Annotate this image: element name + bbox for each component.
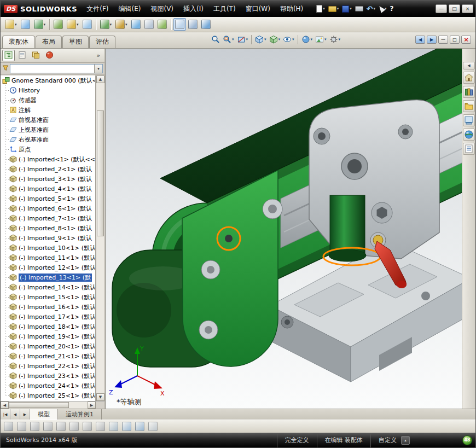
custom-properties-button[interactable] bbox=[463, 143, 475, 155]
tree-item[interactable]: (-) Imported_18<1> (默认 bbox=[1, 322, 95, 331]
design-library-button[interactable] bbox=[463, 86, 475, 98]
quick-new-button[interactable]: ▾ bbox=[315, 4, 327, 14]
tab-evaluate[interactable]: 评估 bbox=[89, 36, 115, 48]
scroll-left-button[interactable]: ◀ bbox=[1, 402, 9, 409]
tree-item[interactable]: (-) Imported_15<1> (默认 bbox=[1, 292, 95, 302]
notification-badge[interactable]: 48 bbox=[462, 435, 472, 445]
tree-item[interactable]: 传感器 bbox=[1, 95, 95, 105]
tree-item[interactable]: (-) Imported_6<1> (默认 bbox=[1, 203, 95, 213]
dropdown-arrow-icon[interactable]: ▾ bbox=[77, 22, 79, 27]
quick-save-button[interactable]: ▾ bbox=[340, 4, 353, 14]
tree-item[interactable]: (-) Imported_5<1> (默认 bbox=[1, 194, 95, 203]
tree-item[interactable]: (-) Imported_12<1> (默认 bbox=[1, 263, 95, 272]
dropdown-arrow-icon[interactable]: ▾ bbox=[323, 7, 325, 11]
display-delete-relations-button[interactable] bbox=[147, 420, 159, 433]
display-style-button[interactable]: ▾ bbox=[268, 34, 282, 44]
quick-help-button[interactable]: ? bbox=[388, 4, 396, 14]
vertical-scroll-thumb[interactable] bbox=[97, 110, 104, 236]
propertymanager-tab[interactable] bbox=[16, 50, 28, 61]
tree-item[interactable]: (-) Imported_25<1> (默认 bbox=[1, 391, 95, 400]
hide-show-items-button[interactable]: ▾ bbox=[282, 34, 295, 44]
featuremanager-tab[interactable] bbox=[2, 50, 15, 61]
menu-file[interactable]: 文件(F) bbox=[82, 1, 113, 17]
dropdown-arrow-icon[interactable]: ▾ bbox=[339, 37, 341, 42]
solidworks-resources-button[interactable] bbox=[463, 72, 475, 84]
assembly-features-button[interactable]: ▾ bbox=[98, 18, 114, 31]
offset-entities-button[interactable] bbox=[107, 420, 120, 433]
linear-component-pattern-button[interactable]: ▾ bbox=[32, 18, 48, 31]
tree-item[interactable]: 上视基准面 bbox=[1, 125, 95, 135]
previous-window-button[interactable]: ◀ bbox=[415, 36, 425, 44]
tree-item[interactable]: (-) Imported_8<1> (默认 bbox=[1, 223, 95, 233]
support-cylinder[interactable] bbox=[329, 195, 366, 261]
tree-item[interactable]: (-) Imported_16<1> (默认 bbox=[1, 302, 95, 312]
dropdown-arrow-icon[interactable]: ▾ bbox=[125, 22, 127, 27]
tab-sketch[interactable]: 草图 bbox=[62, 36, 89, 48]
tree-item[interactable]: A注解 bbox=[1, 105, 95, 115]
dropdown-arrow-icon[interactable]: ▾ bbox=[246, 37, 248, 42]
dropdown-arrow-icon[interactable]: ▾ bbox=[374, 7, 376, 11]
quick-select-button[interactable]: ▾ bbox=[377, 4, 388, 13]
expand-status-button[interactable]: ▴ bbox=[401, 436, 410, 445]
filter-dropdown-button[interactable]: ▾ bbox=[94, 65, 102, 73]
tab-motion-study-1[interactable]: 运动算例1 bbox=[58, 409, 102, 420]
mirror-entities-button[interactable] bbox=[120, 420, 133, 433]
tree-item-selected[interactable]: (-) Imported_13<1> (默 bbox=[1, 272, 95, 282]
dropdown-arrow-icon[interactable]: ▾ bbox=[337, 7, 339, 11]
rectangle-button[interactable] bbox=[68, 420, 80, 433]
tree-item[interactable]: 右视基准面 bbox=[1, 135, 95, 144]
menu-insert[interactable]: 插入(I) bbox=[178, 1, 208, 17]
next-window-button[interactable]: ▶ bbox=[427, 36, 437, 44]
bill-of-materials-button[interactable] bbox=[143, 18, 155, 31]
window-minimize-button[interactable]: — bbox=[436, 4, 447, 13]
doc-restore-button[interactable]: □ bbox=[450, 36, 460, 44]
tree-item[interactable]: (-) Imported_24<1> (默认 bbox=[1, 381, 95, 391]
view-settings-button[interactable]: ▾ bbox=[328, 34, 342, 44]
dropdown-arrow-icon[interactable]: ▾ bbox=[278, 37, 281, 42]
new-motion-study-button[interactable] bbox=[130, 18, 142, 31]
view-palette-button[interactable] bbox=[463, 114, 475, 126]
menu-edit[interactable]: 编辑(E) bbox=[114, 1, 146, 17]
window-maximize-button[interactable]: □ bbox=[449, 4, 460, 13]
scroll-right-button[interactable]: ▶ bbox=[88, 402, 96, 409]
tree-item[interactable]: (-) Imported_4<1> (默认 bbox=[1, 184, 95, 194]
tree-item[interactable]: (-) Imported_2<1> (默认 bbox=[1, 164, 95, 174]
zoom-fit-button[interactable] bbox=[210, 34, 221, 44]
custom-status-area[interactable]: 自定义 ▴ bbox=[370, 433, 417, 447]
tree-item[interactable]: (-) Imported_17<1> (默认 bbox=[1, 312, 95, 322]
tree-item[interactable]: (-) Imported<1> (默认<< bbox=[1, 154, 95, 164]
tree-item[interactable]: History bbox=[1, 85, 95, 95]
line-button[interactable] bbox=[28, 420, 41, 433]
large-assembly-mode-button[interactable] bbox=[187, 18, 199, 31]
sketch-button[interactable] bbox=[2, 420, 15, 433]
tree-item[interactable]: (-) Imported_19<1> (默认 bbox=[1, 331, 95, 341]
quick-undo-button[interactable]: ↶▾ bbox=[365, 4, 377, 14]
apply-scene-button[interactable]: ▾ bbox=[314, 34, 328, 44]
smart-dimension-button[interactable] bbox=[15, 420, 28, 433]
quick-print-button[interactable] bbox=[353, 5, 365, 13]
insert-components-button[interactable]: ▾ bbox=[3, 18, 19, 31]
expand-task-pane-button[interactable]: ◀ bbox=[463, 62, 475, 69]
tree-item[interactable]: 前视基准面 bbox=[1, 115, 95, 125]
dropdown-arrow-icon[interactable]: ▾ bbox=[292, 37, 294, 42]
smart-fasteners-button[interactable] bbox=[52, 18, 65, 31]
reference-geometry-button[interactable]: ▾ bbox=[114, 18, 129, 31]
tree-filter-input[interactable]: ▾ bbox=[10, 64, 103, 73]
external-references-button[interactable] bbox=[200, 18, 212, 31]
arc-button[interactable] bbox=[55, 420, 67, 433]
graphics-area[interactable]: Y X Z *等轴测 bbox=[106, 49, 462, 409]
scroll-next-button[interactable]: ▶ bbox=[20, 409, 30, 420]
file-explorer-button[interactable] bbox=[463, 100, 475, 112]
dropdown-arrow-icon[interactable]: ▾ bbox=[232, 37, 234, 42]
doc-minimize-button[interactable]: — bbox=[438, 36, 448, 44]
trim-entities-button[interactable] bbox=[81, 420, 94, 433]
dropdown-arrow-icon[interactable]: ▾ bbox=[324, 37, 327, 42]
tree-item[interactable]: (-) Imported_14<1> (默认 bbox=[1, 282, 95, 292]
tree-item[interactable]: (-) Imported_9<1> (默认 bbox=[1, 233, 95, 243]
tree-item[interactable]: (-) Imported_21<1> (默认 bbox=[1, 351, 95, 361]
displaymanager-tab[interactable] bbox=[43, 50, 56, 61]
tree-item[interactable]: Gnome Standard 000 (默认< bbox=[1, 75, 95, 85]
tree-item[interactable]: (-) Imported_22<1> (默认 bbox=[1, 361, 95, 371]
tree-item[interactable]: (-) Imported_10<1> (默认 bbox=[1, 243, 95, 253]
menu-view[interactable]: 视图(V) bbox=[146, 1, 178, 17]
